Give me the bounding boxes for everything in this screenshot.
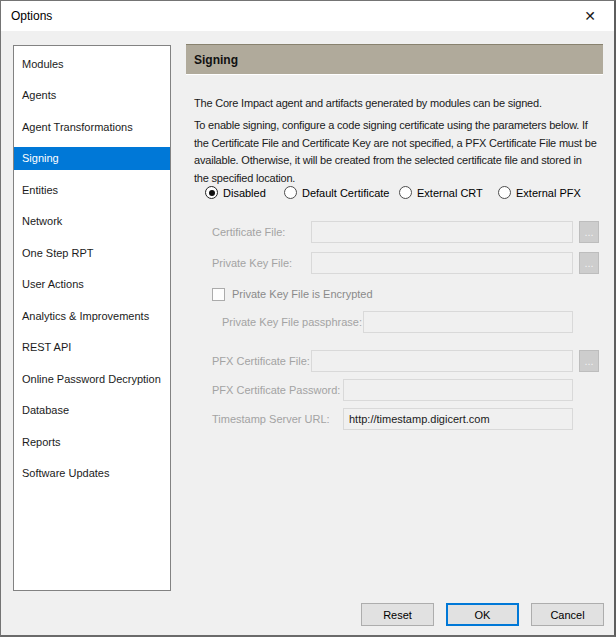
window-title: Options bbox=[11, 9, 52, 23]
reset-button[interactable]: Reset bbox=[361, 603, 434, 626]
page-title: Signing bbox=[186, 53, 238, 67]
sidebar-item-database[interactable]: Database bbox=[14, 395, 170, 427]
sidebar-item-online-password-decryption[interactable]: Online Password Decryption bbox=[14, 363, 170, 395]
private-key-file-label: Private Key File: bbox=[212, 257, 292, 269]
pfx-certificate-file-input[interactable] bbox=[311, 350, 573, 372]
radio-icon bbox=[205, 186, 218, 199]
certificate-file-input[interactable] bbox=[311, 221, 573, 243]
options-dialog: Options ✕ Modules Agents Agent Transform… bbox=[0, 0, 616, 637]
ok-button[interactable]: OK bbox=[446, 603, 519, 626]
radio-external-pfx[interactable]: External PFX bbox=[498, 186, 581, 199]
certificate-file-browse-button[interactable]: ... bbox=[579, 221, 599, 243]
pfx-certificate-file-label: PFX Certificate File: bbox=[212, 355, 310, 367]
sidebar-item-analytics-improvements[interactable]: Analytics & Improvements bbox=[14, 300, 170, 332]
pfx-certificate-password-label: PFX Certificate Password: bbox=[212, 384, 340, 396]
certificate-file-label: Certificate File: bbox=[212, 226, 285, 238]
encrypted-checkbox-label: Private Key File is Encrypted bbox=[232, 288, 373, 300]
cancel-button[interactable]: Cancel bbox=[531, 603, 604, 626]
radio-icon bbox=[399, 186, 412, 199]
section-header: Signing bbox=[186, 44, 603, 75]
description-paragraph: To enable signing, configure a code sign… bbox=[194, 117, 597, 187]
sidebar-item-agent-transformations[interactable]: Agent Transformations bbox=[14, 111, 170, 143]
encrypted-checkbox[interactable] bbox=[212, 288, 225, 301]
sidebar-item-network[interactable]: Network bbox=[14, 206, 170, 238]
radio-default-certificate[interactable]: Default Certificate bbox=[284, 186, 389, 199]
pfx-certificate-file-browse-button[interactable]: ... bbox=[579, 350, 599, 372]
close-icon: ✕ bbox=[584, 8, 596, 24]
timestamp-server-url-label: Timestamp Server URL: bbox=[212, 413, 330, 425]
private-key-file-input[interactable] bbox=[311, 252, 573, 274]
radio-icon bbox=[284, 186, 297, 199]
sidebar-item-one-step-rpt[interactable]: One Step RPT bbox=[14, 237, 170, 269]
close-button[interactable]: ✕ bbox=[568, 1, 612, 30]
description-line: The Core Impact agent and artifacts gene… bbox=[194, 97, 542, 109]
sidebar-item-entities[interactable]: Entities bbox=[14, 174, 170, 206]
radio-icon bbox=[498, 186, 511, 199]
radio-disabled[interactable]: Disabled bbox=[205, 186, 266, 199]
sidebar-item-agents[interactable]: Agents bbox=[14, 80, 170, 112]
category-list: Modules Agents Agent Transformations Sig… bbox=[13, 45, 171, 591]
radio-external-crt[interactable]: External CRT bbox=[399, 186, 483, 199]
timestamp-server-url-input[interactable] bbox=[343, 408, 573, 430]
sidebar-item-reports[interactable]: Reports bbox=[14, 426, 170, 458]
sidebar-item-signing[interactable]: Signing bbox=[14, 143, 170, 175]
sidebar-item-user-actions[interactable]: User Actions bbox=[14, 269, 170, 301]
private-key-file-browse-button[interactable]: ... bbox=[579, 252, 599, 274]
sidebar-item-software-updates[interactable]: Software Updates bbox=[14, 458, 170, 490]
passphrase-input[interactable] bbox=[363, 311, 573, 333]
sidebar-item-modules[interactable]: Modules bbox=[14, 48, 170, 80]
title-bar: Options ✕ bbox=[1, 1, 614, 31]
pfx-certificate-password-input[interactable] bbox=[343, 379, 573, 401]
sidebar-item-rest-api[interactable]: REST API bbox=[14, 332, 170, 364]
passphrase-label: Private Key File passphrase: bbox=[222, 316, 362, 328]
